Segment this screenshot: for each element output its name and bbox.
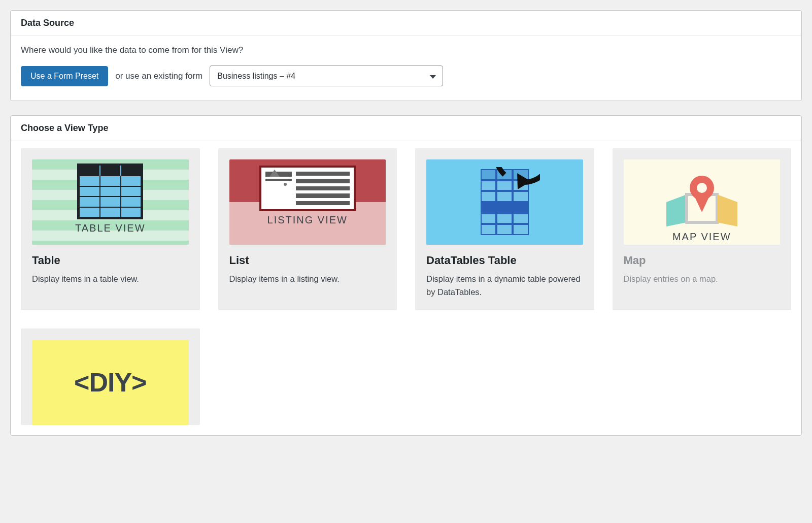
table-view-icon: TABLE VIEW <box>32 159 189 245</box>
thumb-label: TABLE VIEW <box>75 222 146 234</box>
form-select[interactable]: Business listings – #4 <box>210 66 443 86</box>
card-title: DataTables Table <box>426 254 583 267</box>
data-source-row: Use a Form Preset or use an existing for… <box>21 66 791 86</box>
view-type-card-table[interactable]: TABLE VIEW Table Display items in a tabl… <box>21 148 200 310</box>
diy-view-icon: <DIY> <box>32 340 189 425</box>
panel-body: TABLE VIEW Table Display items in a tabl… <box>11 141 801 435</box>
card-desc: Display items in a dynamic table powered… <box>426 272 583 299</box>
view-type-card-diy[interactable]: <DIY> <box>21 329 200 425</box>
card-title: Table <box>32 254 189 267</box>
thumb-label: LISTING VIEW <box>267 214 348 226</box>
data-source-prompt: Where would you like the data to come fr… <box>21 45 791 55</box>
form-select-wrap: Business listings – #4 <box>210 66 443 86</box>
data-source-panel: Data Source Where would you like the dat… <box>10 10 802 101</box>
datatables-view-icon <box>426 159 583 245</box>
view-type-card-datatables[interactable]: DataTables Table Display items in a dyna… <box>415 148 594 310</box>
refresh-arrow-icon <box>469 167 540 238</box>
diy-label: <DIY> <box>74 367 146 398</box>
listing-view-icon: LISTING VIEW <box>229 159 386 245</box>
view-type-title: Choose a View Type <box>21 123 791 134</box>
view-type-card-map[interactable]: MAP VIEW Map Display entries on a map. <box>613 148 792 310</box>
panel-header: Choose a View Type <box>11 116 801 141</box>
map-view-icon: MAP VIEW <box>624 159 781 245</box>
card-desc: Display items in a listing view. <box>229 272 386 285</box>
card-desc: Display entries on a map. <box>624 272 781 285</box>
card-title: List <box>229 254 386 267</box>
view-type-grid: TABLE VIEW Table Display items in a tabl… <box>21 148 791 425</box>
svg-point-1 <box>697 183 707 193</box>
or-use-existing-text: or use an existing form <box>115 71 202 81</box>
view-type-panel: Choose a View Type TABLE VIEW <box>10 115 802 436</box>
use-form-preset-button[interactable]: Use a Form Preset <box>21 66 108 86</box>
card-desc: Display items in a table view. <box>32 272 189 285</box>
card-title: Map <box>624 254 781 267</box>
panel-body: Where would you like the data to come fr… <box>11 36 801 101</box>
panel-header: Data Source <box>11 11 801 36</box>
view-type-card-list[interactable]: LISTING VIEW List Display items in a lis… <box>218 148 397 310</box>
data-source-title: Data Source <box>21 18 791 28</box>
thumb-label: MAP VIEW <box>672 231 731 243</box>
